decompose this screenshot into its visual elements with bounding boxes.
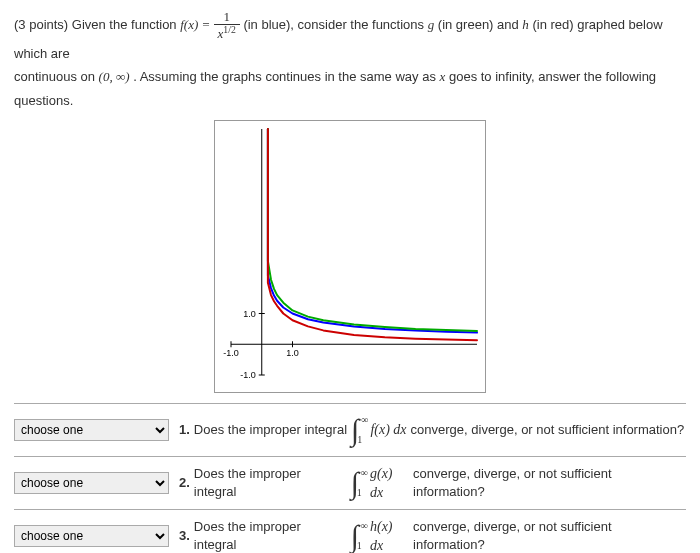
upper-bound: ∞: [361, 415, 368, 425]
question-pre: Does the improper integral: [194, 465, 347, 501]
integrand: h(x) dx: [370, 517, 409, 554]
question-number: 1.: [179, 421, 190, 439]
question-row-1: choose one1. Does the improper integral …: [14, 403, 686, 456]
integrand: f(x) dx: [370, 420, 406, 440]
question-row-3: choose one3. Does the improper integral …: [14, 509, 686, 553]
integral-expression: ∫∞1f(x) dx: [351, 415, 407, 445]
question-text: 2. Does the improper integral ∫∞1g(x) dx…: [179, 464, 686, 503]
answer-select[interactable]: choose one: [14, 419, 169, 441]
problem-statement: (3 points) Given the function f(x) = 1 x…: [14, 10, 686, 112]
integrand: g(x) dx: [370, 464, 409, 503]
integral-expression: ∫∞1h(x) dx: [351, 517, 409, 554]
fraction: 1 x1/2: [214, 10, 240, 42]
question-post: converge, diverge, or not sufficient inf…: [413, 518, 686, 553]
chart[interactable]: -1.01.0-1.01.0: [214, 120, 486, 393]
integral-expression: ∫∞1g(x) dx: [351, 464, 409, 503]
svg-text:1.0: 1.0: [243, 309, 256, 319]
answer-select-wrap: choose one: [14, 419, 179, 441]
answer-select[interactable]: choose one: [14, 472, 169, 494]
svg-text:-1.0: -1.0: [223, 348, 239, 358]
svg-text:-1.0: -1.0: [240, 370, 256, 380]
question-text: 1. Does the improper integral ∫∞1f(x) dx…: [179, 415, 686, 445]
integral-icon: ∫: [351, 415, 359, 445]
question-text: 3. Does the improper integral ∫∞1h(x) dx…: [179, 517, 686, 554]
fx-expression: f(x) =: [180, 17, 213, 32]
points-label: (3 points) Given the function: [14, 17, 180, 32]
question-row-2: choose one2. Does the improper integral …: [14, 456, 686, 509]
question-post: converge, diverge, or not sufficient inf…: [413, 465, 686, 501]
question-pre: Does the improper integral: [194, 518, 347, 553]
integral-icon: ∫: [351, 521, 359, 551]
upper-bound: ∞: [361, 468, 368, 478]
upper-bound: ∞: [361, 521, 368, 531]
integral-icon: ∫: [351, 468, 359, 498]
answer-select-wrap: choose one: [14, 525, 179, 547]
answer-select[interactable]: choose one: [14, 525, 169, 547]
question-pre: Does the improper integral: [194, 421, 347, 439]
chart-container: -1.01.0-1.01.0: [14, 120, 686, 393]
question-number: 2.: [179, 474, 190, 492]
answer-select-wrap: choose one: [14, 472, 179, 494]
svg-text:1.0: 1.0: [286, 348, 299, 358]
question-number: 3.: [179, 527, 190, 545]
question-post: converge, diverge, or not sufficient inf…: [411, 421, 685, 439]
